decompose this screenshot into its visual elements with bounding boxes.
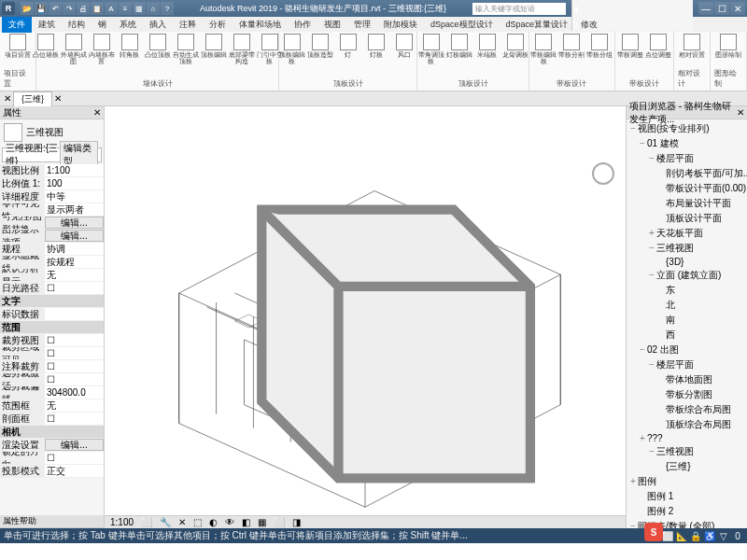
- prop-value[interactable]: ☐: [45, 347, 104, 359]
- tree-node[interactable]: 带板设计平面(0.00): [628, 181, 745, 196]
- menu-tab[interactable]: 注释: [173, 17, 203, 33]
- qat-save[interactable]: 💾: [35, 2, 48, 15]
- ribbon-tool[interactable]: 凸位顶板: [145, 34, 171, 58]
- ribbon-tool[interactable]: 带板分割: [558, 34, 585, 58]
- menu-tab[interactable]: dSpace算量设计: [500, 17, 575, 33]
- ribbon-tool[interactable]: 底部梁带构造: [229, 34, 255, 64]
- qat-11[interactable]: ?: [161, 2, 174, 15]
- vb-8[interactable]: ▦: [256, 517, 268, 527]
- minimize-button[interactable]: —: [698, 2, 713, 15]
- menu-tab[interactable]: 文件: [2, 17, 32, 33]
- tree-node[interactable]: 顶板综合布局图: [628, 417, 745, 432]
- qat-10[interactable]: ⌂: [147, 2, 160, 15]
- menu-tab[interactable]: 建筑: [32, 17, 62, 33]
- menu-tab[interactable]: 附加模块: [377, 17, 424, 33]
- vb-6[interactable]: 👁: [223, 517, 236, 527]
- tree-twisty-icon[interactable]: −: [630, 521, 638, 528]
- vb-2[interactable]: 🔧: [158, 517, 173, 527]
- prop-value[interactable]: ☐: [45, 413, 104, 425]
- tree-node[interactable]: 东: [628, 283, 745, 298]
- vb-5[interactable]: ◐: [207, 517, 219, 527]
- dropdown-icon[interactable]: ⬇: [572, 5, 693, 15]
- tree-node[interactable]: 带板综合布局图: [628, 402, 745, 417]
- ribbon-tool[interactable]: 顶板编辑: [201, 34, 227, 58]
- menu-tab[interactable]: 分析: [203, 17, 233, 33]
- ribbon-tool[interactable]: 风口: [391, 34, 417, 58]
- ribbon-tool[interactable]: 转角板: [117, 34, 143, 58]
- tree-node[interactable]: +天花板平面: [628, 226, 745, 241]
- ribbon-tool[interactable]: 外墙构成图: [61, 34, 87, 64]
- tree-node[interactable]: {三维}: [628, 459, 745, 474]
- tree-node[interactable]: 顶板设计平面: [628, 211, 745, 226]
- prop-value[interactable]: ☐: [45, 373, 104, 385]
- view-tab-3d[interactable]: {三维}: [13, 91, 52, 106]
- tree-node[interactable]: 西: [628, 328, 745, 343]
- status-icon[interactable]: ♿: [704, 530, 715, 541]
- menu-tab[interactable]: 插入: [143, 17, 173, 33]
- tree-twisty-icon[interactable]: −: [649, 446, 656, 456]
- prop-value[interactable]: 无: [45, 269, 104, 281]
- qat-open[interactable]: 📂: [21, 2, 34, 15]
- vb-1[interactable]: ⬜: [139, 517, 154, 527]
- tree-node[interactable]: −楼层平面: [628, 151, 745, 166]
- prop-value[interactable]: 按规程: [45, 256, 104, 268]
- float-badge-icon[interactable]: S: [644, 523, 663, 541]
- tree-node[interactable]: 带体地面图: [628, 372, 745, 387]
- tree-node[interactable]: −02 出图: [628, 343, 745, 357]
- tree-node[interactable]: −视图(按专业排列): [628, 121, 745, 136]
- prop-value[interactable]: ☐: [45, 452, 104, 464]
- ribbon-tool[interactable]: 项目设置: [5, 34, 31, 58]
- tree-node[interactable]: −立面 (建筑立面): [628, 268, 745, 283]
- tree-node[interactable]: {3D}: [628, 256, 745, 268]
- scale-button[interactable]: 1:100: [108, 517, 135, 527]
- prop-value[interactable]: 中等: [45, 190, 104, 203]
- search-input[interactable]: 输入关键字或短语: [472, 3, 566, 15]
- vb-9[interactable]: ⬜: [272, 517, 287, 527]
- status-icon[interactable]: 0: [732, 530, 743, 541]
- menu-tab[interactable]: 体量和场地: [233, 17, 288, 33]
- vb-7[interactable]: ◧: [240, 517, 252, 527]
- tree-node[interactable]: −楼层平面: [628, 357, 745, 372]
- ribbon-tool[interactable]: 顶板编辑板: [279, 34, 305, 64]
- ribbon-tool[interactable]: 点位调整: [645, 34, 671, 58]
- menu-tab[interactable]: 系统: [113, 17, 143, 33]
- ribbon-tool[interactable]: 凸位墙板: [33, 34, 59, 58]
- qat-9[interactable]: ▦: [133, 2, 146, 15]
- tree-node[interactable]: −三维视图: [628, 444, 745, 459]
- tree-node[interactable]: 图例 2: [628, 504, 745, 519]
- tree-node[interactable]: 图例 1: [628, 489, 745, 504]
- ribbon-tool[interactable]: 带角调顶板: [418, 34, 444, 64]
- instance-dropdown[interactable]: 三维视图:{三维} 编辑类型: [2, 147, 102, 162]
- qat-print[interactable]: 🖨: [77, 2, 90, 15]
- menu-tab[interactable]: 结构: [62, 17, 92, 33]
- tree-twisty-icon[interactable]: −: [649, 243, 656, 253]
- prop-value[interactable]: 编辑...: [45, 230, 104, 242]
- prop-value[interactable]: 1:100: [45, 164, 104, 176]
- menu-tab[interactable]: dSpace模型设计: [424, 17, 500, 33]
- tree-node[interactable]: 剖切考板平面/可加...: [628, 166, 745, 181]
- ribbon-tool[interactable]: 米端板: [474, 34, 500, 58]
- menu-tab[interactable]: 钢: [92, 17, 113, 33]
- menu-tab[interactable]: 管理: [347, 17, 377, 33]
- tree-twisty-icon[interactable]: −: [649, 270, 656, 280]
- prop-value[interactable]: 304800.0: [45, 386, 104, 399]
- qat-undo[interactable]: ↶: [49, 2, 62, 15]
- prop-value[interactable]: 协调: [45, 243, 104, 255]
- tree-twisty-icon[interactable]: −: [649, 153, 656, 163]
- qat-8[interactable]: ≡: [119, 2, 132, 15]
- prop-value[interactable]: 正交: [45, 465, 104, 477]
- ribbon-tool[interactable]: 带板编辑板: [530, 34, 557, 64]
- ribbon-tool[interactable]: 内墙板布置: [89, 34, 115, 64]
- status-icon[interactable]: ⬜: [662, 530, 673, 541]
- ribbon-tool[interactable]: 带板分组: [586, 34, 613, 58]
- qat-7[interactable]: A: [105, 2, 118, 15]
- tree-node[interactable]: 布局量设计平面: [628, 196, 745, 211]
- prop-value[interactable]: 显示两者: [45, 203, 104, 216]
- tree-twisty-icon[interactable]: −: [640, 344, 647, 355]
- status-icon[interactable]: ▽: [718, 530, 729, 541]
- prop-value[interactable]: 100: [45, 177, 104, 189]
- prop-value[interactable]: ☐: [45, 360, 104, 372]
- properties-help[interactable]: 属性帮助: [0, 515, 104, 528]
- tree-twisty-icon[interactable]: −: [640, 138, 647, 148]
- view-cube[interactable]: [97, 114, 618, 536]
